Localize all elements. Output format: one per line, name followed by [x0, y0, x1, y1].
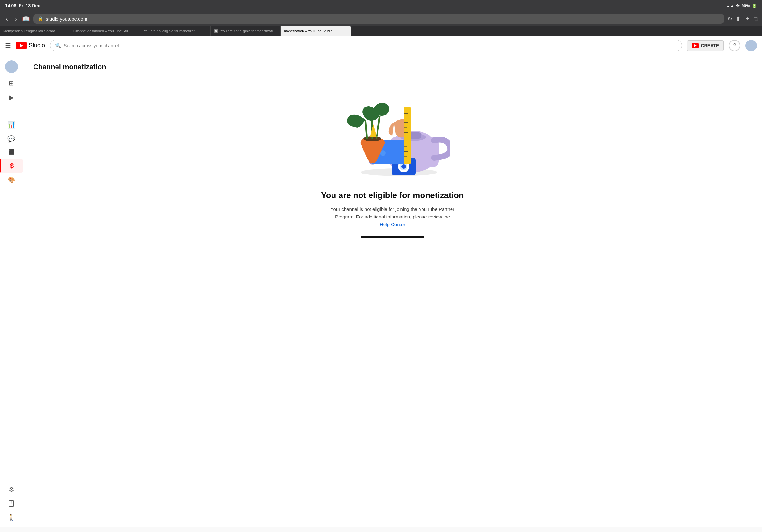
- url-bar[interactable]: 🔒 studio.youtube.com: [33, 14, 724, 24]
- svg-line-25: [365, 120, 367, 139]
- yt-studio-logo[interactable]: Studio: [16, 42, 45, 49]
- signal-icon: ▲▲: [726, 4, 734, 8]
- tab-5-label: monetization – YouTube Studio: [284, 29, 333, 33]
- tab-4-close[interactable]: ✕: [214, 29, 218, 33]
- playlists-icon: ≡: [10, 108, 13, 114]
- tab-4-label: "You are not eligible for monetizati...: [219, 29, 275, 33]
- lock-icon: 🔒: [38, 16, 44, 22]
- tab-1-label: Memperoleh Penghasilan Secara...: [3, 29, 58, 33]
- comments-icon: 💬: [7, 136, 15, 142]
- content-icon: ▶: [9, 94, 14, 100]
- create-label: CREATE: [701, 43, 719, 48]
- bookmarks-icon[interactable]: 📖: [22, 15, 30, 23]
- url-text: studio.youtube.com: [45, 16, 87, 22]
- sidebar-item-playlists[interactable]: ≡: [0, 105, 23, 117]
- new-tab-icon[interactable]: +: [745, 15, 749, 23]
- svg-line-26: [377, 116, 380, 139]
- sidebar-item-subtitles[interactable]: ⬛: [0, 146, 23, 158]
- search-bar[interactable]: 🔍: [50, 39, 682, 51]
- yt-sidebar: ⊞ ▶ ≡ 📊 💬 ⬛ $ 🎨: [0, 55, 23, 527]
- share-icon[interactable]: ⬆: [735, 15, 741, 23]
- sidebar-avatar[interactable]: [5, 60, 18, 73]
- sidebar-item-dashboard[interactable]: ⊞: [0, 77, 23, 90]
- studio-label: Studio: [29, 42, 45, 49]
- settings-icon: ⚙: [9, 486, 14, 493]
- sidebar-item-customization[interactable]: 🎨: [0, 174, 23, 186]
- wifi-icon: ✈: [736, 4, 740, 8]
- exit-icon: 🚶: [7, 514, 15, 521]
- sidebar-item-monetization[interactable]: $: [0, 159, 23, 172]
- monetization-illustration: [335, 88, 450, 180]
- svg-rect-13: [404, 107, 411, 164]
- forward-button[interactable]: ›: [13, 15, 19, 23]
- battery-icon: 🔋: [752, 4, 757, 8]
- sidebar-item-feedback[interactable]: !: [0, 497, 23, 510]
- message-body: Your channel is not eligible for joining…: [326, 205, 460, 229]
- browser-tab-4[interactable]: ✕ "You are not eligible for monetizati..…: [211, 26, 281, 36]
- customization-icon: 🎨: [8, 177, 15, 183]
- browser-tab-3[interactable]: You are not eligible for monetizati...: [140, 26, 211, 36]
- tab-3-label: You are not eligible for monetizati...: [144, 29, 198, 33]
- monetization-center: You are not eligible for monetization Yo…: [33, 81, 752, 229]
- status-time: 14.08: [5, 3, 16, 8]
- feedback-icon: !: [9, 500, 14, 507]
- subtitles-icon: ⬛: [8, 150, 15, 155]
- back-button[interactable]: ‹: [4, 15, 10, 23]
- browser-toolbar: ‹ › 📖 🔒 studio.youtube.com ↻ ⬆ + ⧉: [0, 12, 762, 26]
- status-date: Fri 13 Dec: [19, 3, 40, 8]
- search-input[interactable]: [64, 43, 677, 48]
- create-icon: [692, 43, 699, 48]
- browser-tab-5[interactable]: monetization – YouTube Studio: [281, 26, 351, 36]
- help-center-link[interactable]: Help Center: [380, 222, 405, 227]
- help-button[interactable]: ?: [729, 40, 740, 51]
- user-avatar[interactable]: [745, 40, 757, 51]
- yt-studio-app: ☰ Studio 🔍 CREATE ? ⊞ ▶ ≡: [0, 36, 762, 527]
- browser-tab-2[interactable]: Channel dashboard – YouTube Stu...: [70, 26, 140, 36]
- tab-2-label: Channel dashboard – YouTube Stu...: [73, 29, 131, 33]
- sidebar-item-exit[interactable]: 🚶: [0, 511, 23, 524]
- yt-header: ☰ Studio 🔍 CREATE ?: [0, 36, 762, 55]
- analytics-icon: 📊: [7, 121, 15, 128]
- sidebar-item-content[interactable]: ▶: [0, 91, 23, 104]
- sidebar-item-settings[interactable]: ⚙: [0, 483, 23, 496]
- sidebar-item-comments[interactable]: 💬: [0, 132, 23, 145]
- tabs-icon[interactable]: ⧉: [754, 15, 758, 23]
- create-button[interactable]: CREATE: [687, 40, 724, 51]
- message-title: You are not eligible for monetization: [321, 190, 464, 200]
- status-bar: 14.08 Fri 13 Dec ▲▲ ✈ 90% 🔋: [0, 0, 762, 12]
- svg-point-9: [402, 164, 406, 169]
- browser-tabs: Memperoleh Penghasilan Secara... Channel…: [0, 26, 762, 36]
- browser-tab-1[interactable]: Memperoleh Penghasilan Secara...: [0, 26, 70, 36]
- reload-button[interactable]: ↻: [727, 15, 732, 22]
- sidebar-item-analytics[interactable]: 📊: [0, 118, 23, 131]
- page-title: Channel monetization: [33, 63, 106, 71]
- search-icon: 🔍: [55, 42, 61, 48]
- monetization-icon: $: [10, 162, 14, 169]
- yt-main-layout: ⊞ ▶ ≡ 📊 💬 ⬛ $ 🎨: [0, 55, 762, 527]
- menu-button[interactable]: ☰: [5, 42, 11, 49]
- yt-content-area: Channel monetization: [23, 55, 762, 527]
- youtube-icon: [16, 42, 27, 49]
- battery-level: 90%: [741, 4, 750, 8]
- bottom-indicator-bar: [360, 236, 424, 237]
- dashboard-icon: ⊞: [9, 80, 14, 87]
